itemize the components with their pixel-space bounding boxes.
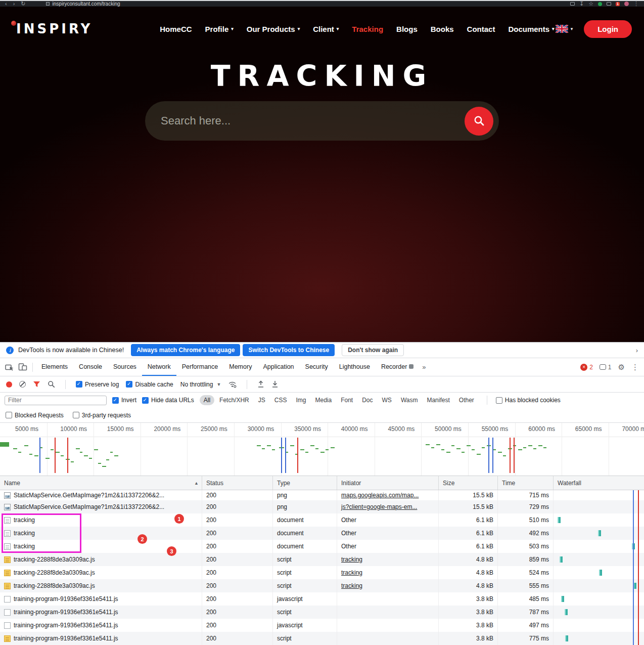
throttling-select[interactable]: No throttling ▼ — [180, 381, 221, 388]
network-conditions-icon[interactable] — [228, 380, 237, 388]
nav-item-books[interactable]: Books — [431, 25, 454, 33]
tab-memory[interactable]: Memory — [223, 358, 257, 376]
column-header-initiator[interactable]: Initiator — [337, 476, 439, 490]
tab-recorder[interactable]: Recorder — [376, 358, 419, 376]
table-row[interactable]: tracking200documentOther6.1 kB510 ms — [0, 513, 644, 527]
nav-item-contact[interactable]: Contact — [467, 25, 495, 33]
nav-item-tracking[interactable]: Tracking — [352, 25, 383, 33]
dont-show-again-button[interactable]: Don't show again — [342, 344, 404, 356]
issues-badge[interactable]: 1 — [600, 364, 612, 371]
filter-pill-other[interactable]: Other — [455, 395, 478, 405]
column-header-time[interactable]: Time — [498, 476, 554, 490]
clear-network-log-icon[interactable] — [19, 381, 26, 388]
table-row[interactable]: tracking200documentOther6.1 kB492 ms — [0, 527, 644, 540]
tab-performance[interactable]: Performance — [176, 358, 224, 376]
checkbox-has-blocked-cookies[interactable]: Has blocked cookies — [496, 397, 561, 404]
column-header-waterfall[interactable]: Waterfall — [554, 476, 644, 490]
initiator-link[interactable]: tracking — [341, 569, 362, 576]
tab-security[interactable]: Security — [300, 358, 334, 376]
reload-icon[interactable]: ↻ — [21, 1, 25, 7]
filter-pill-js[interactable]: JS — [254, 395, 269, 405]
column-header-name[interactable]: Name▲ — [0, 476, 202, 490]
table-row[interactable]: StaticMapService.GetMapImage?1m2&1i13372… — [0, 490, 644, 500]
filter-input[interactable] — [5, 396, 107, 405]
extension-green-icon[interactable] — [598, 2, 602, 6]
back-icon[interactable]: ‹ — [5, 1, 7, 7]
column-header-status[interactable]: Status — [202, 476, 273, 490]
record-network-log-icon[interactable] — [6, 381, 12, 388]
table-row[interactable]: tracking-2288f8de3a0309ac.js200scripttra… — [0, 566, 644, 579]
inspect-element-icon[interactable] — [5, 363, 14, 371]
profile-avatar[interactable] — [624, 2, 629, 6]
table-row[interactable]: training-program-91936ef3361e5411.js200j… — [0, 619, 644, 632]
nav-item-documents[interactable]: Documents▾ — [508, 25, 554, 33]
search-button[interactable] — [465, 107, 493, 136]
table-row[interactable]: training-program-91936ef3361e5411.js200s… — [0, 606, 644, 619]
checkbox-3rd-party-requests[interactable]: 3rd-party requests — [73, 412, 131, 419]
tab-application[interactable]: Application — [257, 358, 299, 376]
cast-icon[interactable] — [570, 2, 575, 6]
more-tabs-icon[interactable]: » — [422, 363, 426, 371]
extensions-icon[interactable] — [607, 2, 611, 6]
table-row[interactable]: tracking-2288f8de3a0309ac.js200scripttra… — [0, 579, 644, 592]
settings-gear-icon[interactable]: ⚙ — [618, 363, 625, 371]
always-match-chrome-s-language-button[interactable]: Always match Chrome's language — [131, 344, 240, 356]
nav-item-client[interactable]: Client▾ — [313, 25, 339, 33]
language-selector[interactable]: ▾ — [556, 25, 573, 33]
import-har-icon[interactable] — [257, 380, 264, 388]
timeline-overview[interactable]: 5000 ms10000 ms15000 ms20000 ms25000 ms3… — [0, 423, 644, 476]
device-toolbar-icon[interactable] — [18, 363, 27, 371]
checkbox-invert[interactable]: Invert — [112, 397, 136, 404]
nav-item-our-products[interactable]: Our Products▾ — [247, 25, 300, 33]
checkbox-preserve-log[interactable]: Preserve log — [76, 381, 119, 388]
filter-pill-fetch-xhr[interactable]: Fetch/XHR — [215, 395, 253, 405]
browser-menu-icon[interactable]: ⋮ — [633, 1, 639, 7]
filter-pill-wasm[interactable]: Wasm — [397, 395, 422, 405]
extension-badge[interactable]: 1 — [616, 2, 620, 6]
checkbox-hide-data-urls[interactable]: Hide data URLs — [142, 397, 194, 404]
tab-elements[interactable]: Elements — [36, 358, 73, 376]
table-row[interactable]: training-program-91936ef3361e5411.js200j… — [0, 592, 644, 606]
table-row[interactable]: training-program-91936ef3361e5411.js200s… — [0, 632, 644, 645]
search-network-icon[interactable] — [48, 380, 55, 388]
initiator-link[interactable]: js?client=google-maps-em... — [341, 503, 417, 510]
search-input[interactable] — [161, 114, 465, 127]
checkbox-blocked-requests[interactable]: Blocked Requests — [6, 412, 64, 419]
column-header-size[interactable]: Size — [439, 476, 498, 490]
tab-sources[interactable]: Sources — [108, 358, 142, 376]
initiator-link[interactable]: tracking — [341, 556, 362, 563]
export-har-icon[interactable] — [271, 380, 279, 388]
tab-lighthouse[interactable]: Lighthouse — [334, 358, 376, 376]
save-icon[interactable]: ↧ — [579, 1, 584, 7]
column-header-type[interactable]: Type — [273, 476, 337, 490]
site-logo[interactable]: INSPIRY — [12, 21, 93, 36]
table-row[interactable]: StaticMapService.GetMapImage?1m2&1i13372… — [0, 500, 644, 513]
forward-icon[interactable]: › — [13, 1, 15, 7]
nav-item-profile[interactable]: Profile▾ — [205, 25, 234, 33]
initiator-link[interactable]: tracking — [341, 582, 362, 589]
table-row[interactable]: tracking200documentOther6.1 kB503 ms — [0, 540, 644, 553]
checkbox-disable-cache[interactable]: Disable cache — [126, 381, 173, 388]
initiator-link[interactable]: maps.googleapis.com/map... — [341, 492, 419, 499]
nav-item-homecc[interactable]: HomeCC — [160, 25, 192, 33]
switch-devtools-to-chinese-button[interactable]: Switch DevTools to Chinese — [243, 344, 335, 356]
filter-pill-font[interactable]: Font — [337, 395, 357, 405]
filter-pill-all[interactable]: All — [200, 395, 214, 405]
filter-pill-media[interactable]: Media — [311, 395, 336, 405]
devtools-menu-icon[interactable]: ⋮ — [631, 363, 639, 371]
filter-funnel-icon[interactable] — [33, 381, 40, 388]
filter-pill-manifest[interactable]: Manifest — [423, 395, 453, 405]
tab-console[interactable]: Console — [73, 358, 108, 376]
tab-network[interactable]: Network — [142, 358, 176, 376]
filter-pill-img[interactable]: Img — [292, 395, 310, 405]
address-bar[interactable]: inspiryconsultant.com/tracking — [46, 1, 120, 7]
nav-item-blogs[interactable]: Blogs — [396, 25, 418, 33]
error-badge[interactable]: × 2 — [580, 364, 593, 371]
filter-pill-css[interactable]: CSS — [270, 395, 291, 405]
login-button[interactable]: Login — [584, 20, 632, 38]
filter-pill-ws[interactable]: WS — [378, 395, 396, 405]
banner-scroll-icon[interactable]: › — [636, 347, 638, 354]
table-row[interactable]: tracking-2288f8de3a0309ac.js200scripttra… — [0, 553, 644, 566]
filter-pill-doc[interactable]: Doc — [358, 395, 377, 405]
bookmark-star-icon[interactable]: ☆ — [588, 1, 593, 7]
